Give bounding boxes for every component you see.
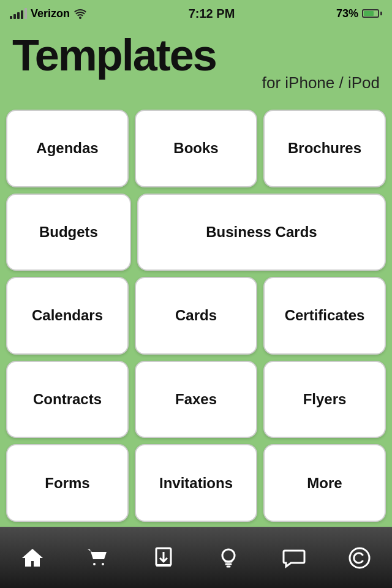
- tab-bar: [0, 527, 392, 588]
- btn-contracts[interactable]: Contracts: [6, 361, 129, 439]
- svg-point-3: [350, 548, 369, 568]
- grid-row-2: Budgets Business Cards: [6, 194, 386, 271]
- btn-calendars[interactable]: Calendars: [6, 277, 129, 355]
- tab-copyright[interactable]: [326, 527, 392, 588]
- tab-comment[interactable]: [262, 527, 327, 588]
- svg-rect-1: [156, 564, 171, 567]
- template-grid: Agendas Books Brochures Budgets Business…: [0, 105, 392, 527]
- grid-row-4: Contracts Faxes Flyers: [6, 361, 386, 439]
- status-left: Verizon: [10, 7, 87, 20]
- btn-faxes[interactable]: Faxes: [135, 361, 257, 439]
- btn-brochures[interactable]: Brochures: [263, 110, 386, 187]
- status-bar: Verizon 7:12 PM 73%: [0, 0, 392, 27]
- cart-icon: [83, 543, 113, 573]
- battery-icon: [362, 9, 382, 18]
- btn-more[interactable]: More: [263, 444, 386, 522]
- copyright-icon: [345, 543, 374, 573]
- time-display: 7:12 PM: [189, 7, 235, 21]
- tab-cart[interactable]: [66, 527, 131, 588]
- btn-certificates[interactable]: Certificates: [263, 277, 386, 355]
- battery-percent: 73%: [336, 7, 358, 20]
- carrier-label: Verizon: [31, 7, 70, 20]
- btn-agendas[interactable]: Agendas: [6, 110, 129, 187]
- wifi-icon: [74, 8, 87, 19]
- btn-business-cards[interactable]: Business Cards: [137, 194, 386, 271]
- grid-row-1: Agendas Books Brochures: [6, 110, 386, 187]
- btn-flyers[interactable]: Flyers: [263, 361, 386, 439]
- grid-row-5: Forms Invitations More: [6, 444, 386, 522]
- tab-home[interactable]: [0, 527, 66, 588]
- signal-icon: [10, 8, 27, 19]
- btn-books[interactable]: Books: [135, 110, 257, 187]
- grid-row-3: Calendars Cards Certificates: [6, 277, 386, 355]
- lightbulb-icon: [214, 543, 243, 573]
- btn-budgets[interactable]: Budgets: [6, 194, 131, 271]
- status-right: 73%: [336, 7, 382, 20]
- header: Templates for iPhone / iPod: [0, 27, 392, 105]
- app-title: Templates: [12, 33, 380, 77]
- btn-forms[interactable]: Forms: [6, 444, 129, 522]
- download-icon: [149, 543, 178, 573]
- svg-point-2: [222, 549, 235, 562]
- comment-icon: [279, 543, 309, 573]
- home-icon: [18, 543, 47, 573]
- tab-download[interactable]: [130, 527, 196, 588]
- btn-cards[interactable]: Cards: [135, 277, 257, 355]
- btn-invitations[interactable]: Invitations: [135, 444, 257, 522]
- tab-idea[interactable]: [196, 527, 262, 588]
